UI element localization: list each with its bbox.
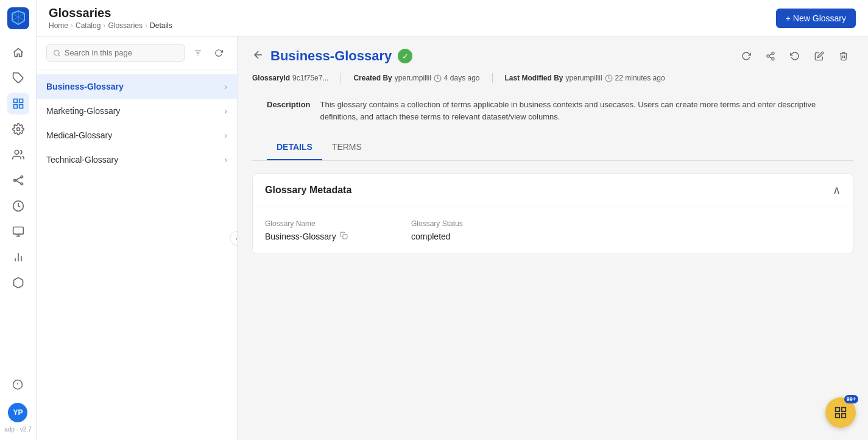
chevron-right-icon: › bbox=[224, 106, 227, 116]
last-modified-time: 22 minutes ago bbox=[615, 74, 665, 82]
meta-last-modified: Last Modified By yperumpillil 22 minutes… bbox=[505, 74, 677, 82]
svg-line-11 bbox=[15, 177, 20, 180]
collapse-section-btn[interactable]: ∧ bbox=[833, 183, 841, 197]
body-split: Business-Glossary › Marketing-Glossary ›… bbox=[37, 37, 868, 440]
tab-terms[interactable]: TERMS bbox=[322, 135, 372, 160]
metadata-card-body: Glossary Name Business-Glossary Glossary… bbox=[253, 207, 853, 254]
filter-icon-btn[interactable] bbox=[189, 44, 206, 62]
nav-lineage[interactable] bbox=[7, 169, 29, 191]
nav-home[interactable] bbox=[7, 41, 29, 63]
sidebar-item-technical-glossary[interactable]: Technical-Glossary › bbox=[37, 147, 237, 172]
floating-notification-btn[interactable]: 99+ bbox=[825, 397, 856, 428]
chevron-right-icon: › bbox=[224, 82, 227, 91]
svg-rect-3 bbox=[19, 99, 23, 103]
svg-rect-40 bbox=[842, 414, 845, 417]
glossary-status-field: Glossary Status completed bbox=[411, 219, 533, 241]
chevron-right-icon: › bbox=[224, 155, 227, 165]
svg-rect-2 bbox=[13, 99, 17, 103]
delete-btn[interactable] bbox=[834, 46, 853, 66]
svg-point-31 bbox=[772, 58, 774, 60]
nav-info[interactable] bbox=[7, 374, 29, 396]
svg-point-10 bbox=[21, 183, 23, 185]
created-by-label: Created By bbox=[353, 74, 392, 82]
clock-icon-1 bbox=[434, 74, 442, 82]
svg-point-29 bbox=[772, 52, 774, 54]
breadcrumb-home[interactable]: Home bbox=[49, 21, 68, 30]
verified-badge: ✓ bbox=[398, 49, 412, 63]
history-btn[interactable] bbox=[785, 46, 805, 66]
svg-point-9 bbox=[21, 176, 23, 178]
copy-glossary-name-btn[interactable] bbox=[340, 232, 348, 241]
content-body: Glossary Metadata ∧ Glossary Name Busine… bbox=[238, 161, 868, 440]
svg-line-32 bbox=[769, 57, 772, 59]
nav-catalog[interactable] bbox=[7, 93, 29, 115]
search-icon bbox=[53, 49, 61, 57]
user-avatar[interactable]: YP bbox=[8, 403, 27, 422]
svg-rect-37 bbox=[836, 408, 839, 411]
meta-created-by: Created By yperumpillil 4 days ago bbox=[353, 74, 492, 82]
search-input[interactable] bbox=[65, 48, 178, 57]
meta-sep-1 bbox=[340, 73, 341, 83]
top-header: Glossaries Home › Catalog › Glossaries ›… bbox=[37, 0, 868, 37]
main-container: Glossaries Home › Catalog › Glossaries ›… bbox=[37, 0, 868, 440]
svg-point-30 bbox=[767, 55, 769, 57]
share-btn[interactable] bbox=[761, 46, 780, 66]
sidebar-item-medical-glossary[interactable]: Medical-Glossary › bbox=[37, 123, 237, 147]
nav-package[interactable] bbox=[7, 272, 29, 294]
sidebar-item-label: Marketing-Glossary bbox=[46, 106, 120, 116]
metadata-card: Glossary Metadata ∧ Glossary Name Busine… bbox=[252, 173, 853, 254]
refresh-list-btn[interactable] bbox=[210, 44, 227, 62]
svg-rect-38 bbox=[842, 408, 845, 411]
back-button[interactable] bbox=[252, 49, 264, 64]
nav-tags[interactable] bbox=[7, 67, 29, 89]
glossary-name-label: Glossary Name bbox=[265, 219, 387, 228]
svg-rect-4 bbox=[13, 105, 17, 108]
app-version: adp - v2.7 bbox=[4, 426, 31, 433]
tab-details[interactable]: DETAILS bbox=[267, 135, 322, 160]
sidebar-list: Business-Glossary › Marketing-Glossary ›… bbox=[37, 69, 237, 440]
breadcrumb-current: Details bbox=[150, 21, 172, 30]
content-title: Business-Glossary bbox=[270, 48, 392, 64]
sidebar-item-marketing-glossary[interactable]: Marketing-Glossary › bbox=[37, 99, 237, 123]
svg-line-12 bbox=[15, 180, 20, 183]
content-title-left: Business-Glossary ✓ bbox=[252, 48, 412, 64]
glossary-status-label: Glossary Status bbox=[411, 219, 533, 228]
nav-reports[interactable] bbox=[7, 246, 29, 268]
glossary-id-label: GlossaryId bbox=[252, 74, 290, 82]
page-title: Glossaries bbox=[49, 6, 172, 20]
breadcrumb-sep-3: › bbox=[145, 21, 147, 30]
nav-users[interactable] bbox=[7, 144, 29, 166]
breadcrumb-glossaries[interactable]: Glossaries bbox=[108, 21, 143, 30]
nav-time[interactable] bbox=[7, 195, 29, 217]
last-modified-label: Last Modified By bbox=[505, 74, 563, 82]
glossary-name-field: Glossary Name Business-Glossary bbox=[265, 219, 387, 241]
metadata-card-title: Glossary Metadata bbox=[265, 185, 351, 196]
chevron-right-icon: › bbox=[224, 130, 227, 140]
content-header-section: Business-Glossary ✓ bbox=[238, 37, 868, 161]
nav-analytics[interactable] bbox=[7, 221, 29, 243]
sidebar-item-label: Business-Glossary bbox=[46, 82, 124, 91]
sidebar: Business-Glossary › Marketing-Glossary ›… bbox=[37, 37, 238, 440]
edit-btn[interactable] bbox=[810, 46, 829, 66]
header-left: Glossaries Home › Catalog › Glossaries ›… bbox=[49, 6, 172, 30]
glossary-id-value: 9c1f75e7... bbox=[292, 74, 328, 82]
created-by-time: 4 days ago bbox=[444, 74, 480, 82]
sidebar-item-label: Technical-Glossary bbox=[46, 155, 118, 165]
description-row: Description This glossary contains a col… bbox=[252, 93, 853, 135]
glossary-status-value: completed bbox=[411, 232, 533, 241]
refresh-btn[interactable] bbox=[736, 46, 756, 66]
svg-point-23 bbox=[54, 50, 59, 55]
search-input-wrapper[interactable] bbox=[46, 44, 185, 62]
sidebar-item-business-glossary[interactable]: Business-Glossary › bbox=[37, 74, 237, 99]
app-logo[interactable] bbox=[7, 7, 29, 29]
new-glossary-button[interactable]: + New Glossary bbox=[776, 9, 856, 28]
svg-rect-5 bbox=[19, 105, 23, 108]
content-area: Business-Glossary ✓ bbox=[238, 37, 868, 440]
sidebar-toolbar-icons bbox=[189, 44, 227, 62]
content-title-row: Business-Glossary ✓ bbox=[252, 46, 853, 66]
svg-line-33 bbox=[769, 54, 772, 55]
nav-settings[interactable] bbox=[7, 118, 29, 140]
breadcrumb: Home › Catalog › Glossaries › Details bbox=[49, 21, 172, 30]
svg-point-6 bbox=[16, 128, 19, 131]
breadcrumb-catalog[interactable]: Catalog bbox=[76, 21, 101, 30]
